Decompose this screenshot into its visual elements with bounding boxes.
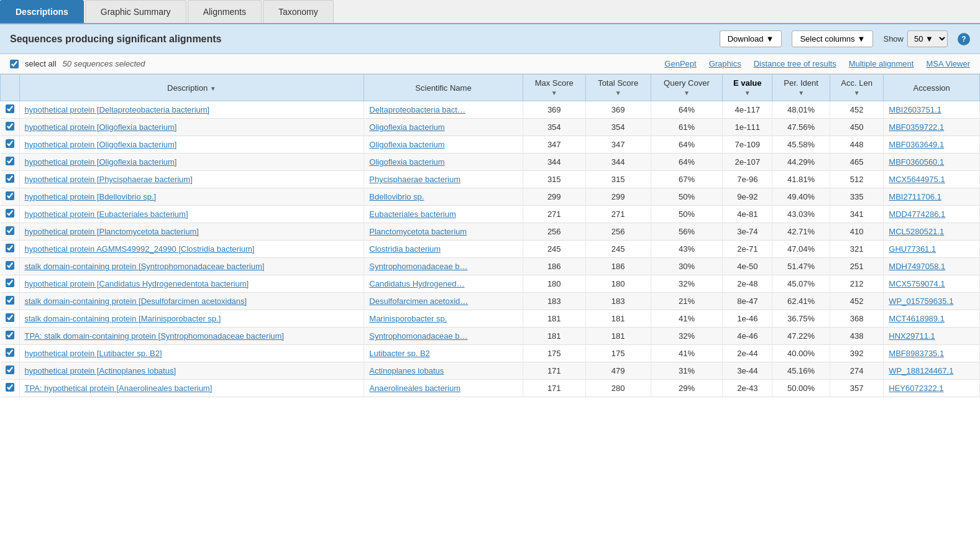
accession-link[interactable]: MBF0359722.1	[889, 122, 944, 132]
graphics-link[interactable]: Graphics	[709, 59, 741, 68]
row-accession[interactable]: GHU77361.1	[884, 241, 980, 258]
row-checkbox-cell[interactable]	[1, 275, 20, 293]
row-accession[interactable]: WP_015759635.1	[884, 293, 980, 310]
description-link[interactable]: hypothetical protein [Eubacteriales bact…	[25, 209, 188, 219]
description-link[interactable]: hypothetical protein [Planctomycetota ba…	[25, 227, 199, 236]
scientific-name-link[interactable]: Planctomycetota bacterium	[369, 227, 467, 236]
tab-alignments[interactable]: Alignments	[188, 0, 262, 23]
accession-link[interactable]: WP_015759635.1	[889, 296, 953, 306]
description-link[interactable]: hypothetical protein [Oligoflexia bacter…	[25, 140, 177, 149]
row-checkbox[interactable]	[6, 278, 14, 287]
row-scientific-name[interactable]: Deltaproteobacteria bact…	[364, 101, 523, 119]
row-scientific-name[interactable]: Eubacteriales bacterium	[364, 206, 523, 223]
row-accession[interactable]: HNX29711.1	[884, 328, 980, 345]
query-cover-sort-icon[interactable]: ▼	[684, 90, 690, 96]
row-scientific-name[interactable]: Phycisphaerae bacterium	[364, 171, 523, 188]
scientific-name-link[interactable]: Bdellovibrio sp.	[369, 192, 424, 201]
description-link[interactable]: TPA: stalk domain-containing protein [Sy…	[25, 331, 284, 341]
row-checkbox-cell[interactable]	[1, 136, 20, 154]
row-accession[interactable]: MBF0360560.1	[884, 154, 980, 171]
row-checkbox[interactable]	[6, 104, 14, 113]
description-link[interactable]: hypothetical protein [Actinoplanes lobat…	[25, 366, 176, 375]
distance-tree-link[interactable]: Distance tree of results	[754, 59, 836, 68]
accession-link[interactable]: MBF0360560.1	[889, 157, 944, 167]
row-checkbox[interactable]	[6, 296, 14, 305]
accession-link[interactable]: MBI2711706.1	[889, 192, 941, 201]
download-button[interactable]: Download ▼	[720, 30, 782, 47]
row-accession[interactable]: MBI2603751.1	[884, 101, 980, 119]
row-accession[interactable]: MDD4774286.1	[884, 206, 980, 223]
row-checkbox-cell[interactable]	[1, 171, 20, 188]
accession-link[interactable]: HNX29711.1	[889, 331, 935, 341]
accession-link[interactable]: WP_188124467.1	[889, 366, 953, 375]
description-link[interactable]: hypothetical protein [Oligoflexia bacter…	[25, 122, 177, 132]
description-link[interactable]: hypothetical protein [Candidatus Hydroge…	[25, 279, 249, 288]
row-checkbox-cell[interactable]	[1, 258, 20, 275]
row-checkbox-cell[interactable]	[1, 119, 20, 136]
row-checkbox[interactable]	[6, 122, 14, 131]
row-scientific-name[interactable]: Oligoflexia bacterium	[364, 154, 523, 171]
row-checkbox[interactable]	[6, 244, 14, 252]
row-checkbox[interactable]	[6, 226, 14, 235]
scientific-name-link[interactable]: Actinoplanes lobatus	[369, 366, 444, 375]
row-description[interactable]: hypothetical protein [Oligoflexia bacter…	[19, 119, 364, 136]
accession-link[interactable]: HEY6072322.1	[889, 384, 943, 393]
accession-link[interactable]: MBI2603751.1	[889, 105, 941, 114]
row-checkbox-cell[interactable]	[1, 206, 20, 223]
row-scientific-name[interactable]: Marinisporobacter sp.	[364, 310, 523, 328]
row-accession[interactable]: MCT4618989.1	[884, 310, 980, 328]
row-accession[interactable]: MBI2711706.1	[884, 188, 980, 206]
scientific-name-link[interactable]: Candidatus Hydrogened…	[369, 279, 464, 288]
e-value-sort-icon[interactable]: ▼	[744, 90, 751, 96]
row-description[interactable]: hypothetical protein AGMMS49992_24990 [C…	[19, 241, 364, 258]
scientific-name-link[interactable]: Syntrophomonadaceae b…	[369, 331, 467, 341]
row-checkbox[interactable]	[6, 174, 14, 183]
acc-len-sort-icon[interactable]: ▼	[854, 90, 860, 96]
row-checkbox-cell[interactable]	[1, 241, 20, 258]
accession-link[interactable]: MCX5644975.1	[889, 175, 945, 184]
row-checkbox[interactable]	[6, 313, 14, 322]
row-scientific-name[interactable]: Oligoflexia bacterium	[364, 136, 523, 154]
row-description[interactable]: hypothetical protein [Eubacteriales bact…	[19, 206, 364, 223]
description-link[interactable]: stalk domain-containing protein [Syntrop…	[25, 262, 265, 271]
accession-link[interactable]: MBF8983735.1	[889, 349, 944, 358]
row-accession[interactable]: HEY6072322.1	[884, 380, 980, 397]
scientific-name-link[interactable]: Clostridia bacterium	[369, 244, 441, 254]
description-link[interactable]: hypothetical protein [Bdellovibrio sp.]	[25, 192, 157, 201]
total-score-sort-icon[interactable]: ▼	[615, 90, 621, 96]
row-checkbox[interactable]	[6, 209, 14, 218]
msa-viewer-link[interactable]: MSA Viewer	[926, 59, 970, 68]
row-accession[interactable]: MCL5280521.1	[884, 223, 980, 241]
row-checkbox-cell[interactable]	[1, 380, 20, 397]
row-accession[interactable]: MBF0363649.1	[884, 136, 980, 154]
row-checkbox-cell[interactable]	[1, 101, 20, 119]
scientific-name-link[interactable]: Oligoflexia bacterium	[369, 140, 444, 149]
scientific-name-link[interactable]: Oligoflexia bacterium	[369, 157, 444, 167]
row-scientific-name[interactable]: Candidatus Hydrogened…	[364, 275, 523, 293]
scientific-name-link[interactable]: Deltaproteobacteria bact…	[369, 105, 465, 114]
row-scientific-name[interactable]: Lutibacter sp. B2	[364, 345, 523, 362]
row-description[interactable]: TPA: stalk domain-containing protein [Sy…	[19, 328, 364, 345]
tab-descriptions[interactable]: Descriptions	[0, 0, 84, 23]
row-description[interactable]: hypothetical protein [Phycisphaerae bact…	[19, 171, 364, 188]
scientific-name-link[interactable]: Oligoflexia bacterium	[369, 122, 444, 132]
row-checkbox[interactable]	[6, 331, 14, 339]
row-accession[interactable]: MDH7497058.1	[884, 258, 980, 275]
tab-graphic-summary[interactable]: Graphic Summary	[85, 0, 186, 23]
row-scientific-name[interactable]: Actinoplanes lobatus	[364, 362, 523, 380]
row-accession[interactable]: MBF0359722.1	[884, 119, 980, 136]
scientific-name-link[interactable]: Eubacteriales bacterium	[369, 209, 456, 219]
per-ident-sort-icon[interactable]: ▼	[798, 90, 804, 96]
genpept-link[interactable]: GenPept	[664, 59, 696, 68]
row-description[interactable]: hypothetical protein [Oligoflexia bacter…	[19, 136, 364, 154]
row-description[interactable]: hypothetical protein [Actinoplanes lobat…	[19, 362, 364, 380]
scientific-name-link[interactable]: Phycisphaerae bacterium	[369, 175, 460, 184]
show-select[interactable]: 50 ▼ 100 200	[907, 30, 948, 47]
scientific-name-link[interactable]: Marinisporobacter sp.	[369, 314, 447, 323]
row-scientific-name[interactable]: Bdellovibrio sp.	[364, 188, 523, 206]
accession-link[interactable]: MCL5280521.1	[889, 227, 944, 236]
description-link[interactable]: hypothetical protein AGMMS49992_24990 [C…	[25, 244, 255, 254]
scientific-name-link[interactable]: Anaerolineales bacterium	[369, 384, 460, 393]
description-link[interactable]: TPA: hypothetical protein [Anaerolineale…	[25, 384, 213, 393]
row-description[interactable]: TPA: hypothetical protein [Anaerolineale…	[19, 380, 364, 397]
